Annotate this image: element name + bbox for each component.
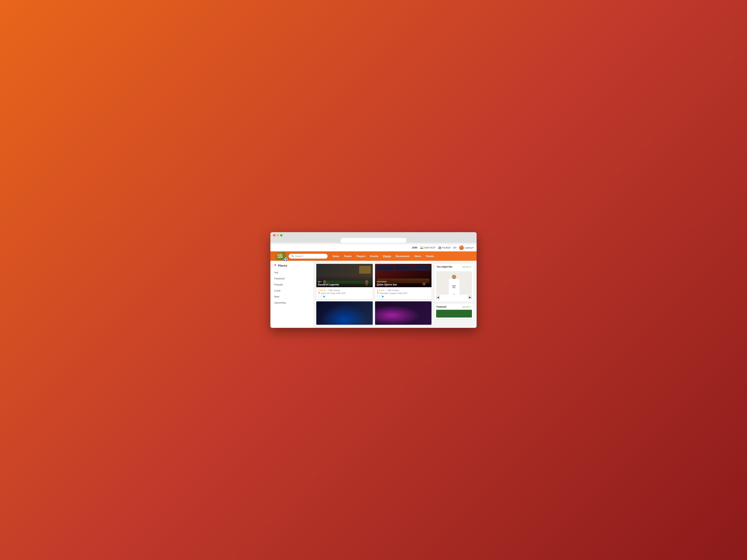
place-card-0: HOT Game of Legends ★★★★★ (388 reviews) <box>316 264 373 299</box>
sidebar-item-featured[interactable]: Featured <box>271 275 313 282</box>
nav-bar: KHELNOW ⚽ 🔍 Search News Teams Players Ev… <box>271 251 476 261</box>
content-cards: HOT Game of Legends ★★★★★ (388 reviews) <box>316 264 432 325</box>
location-label: Delhi NCR <box>424 246 435 249</box>
map-content-area: New Delhi Gurgaon Noida Ghaziabad Farida… <box>313 261 476 328</box>
featured-header: Featured see all >> <box>435 304 473 310</box>
logo-ball-icon: ⚽ <box>284 257 288 262</box>
language-label: EN <box>453 246 456 249</box>
nav-link-players[interactable]: Players <box>354 252 368 260</box>
username-label: Lajong <box>465 246 471 249</box>
pin-icon: 📍 <box>274 264 277 267</box>
card-1-stars: ★★★★★ (388 reviews) <box>377 288 430 292</box>
sidebar: 📍 Places Hot Featured Popular Local New … <box>271 261 313 328</box>
logo-badge: KHELNOW ⚽ <box>274 251 287 261</box>
promo-prev-button[interactable]: ◀ <box>436 295 440 299</box>
sidebar-title: 📍 Places <box>271 264 313 269</box>
nav-links: News Teams Players Events Places Busines… <box>330 252 473 260</box>
twitter-icon[interactable]: 🐦 <box>323 295 326 298</box>
top-bar: JOIN Delhi NCR ⚽ Football EN Lajong ▾ <box>271 244 476 251</box>
featured-see-all[interactable]: see all >> <box>462 306 471 308</box>
logo-text: KHELNOW <box>277 254 283 259</box>
location-pin-icon-1: 📍 <box>377 292 379 294</box>
browser-chrome <box>271 232 476 243</box>
you-might-like-see-all[interactable]: see all >> <box>462 266 471 268</box>
main-content: 📍 Places Hot Featured Popular Local New … <box>271 261 476 328</box>
sidebar-item-hot[interactable]: Hot <box>271 269 313 275</box>
nav-link-businesses[interactable]: Businesses <box>393 252 412 260</box>
promo-image: KICKMore <box>436 271 472 295</box>
nav-link-places[interactable]: Places <box>381 252 393 260</box>
twitter-icon-1[interactable]: 🐦 <box>382 295 384 298</box>
card-1-reviews: (388 reviews) <box>387 289 399 291</box>
facebook-icon[interactable]: f <box>320 295 321 298</box>
search-input[interactable]: Search <box>295 255 325 258</box>
card-0-actions: ⤴ f 🐦 <box>318 295 371 298</box>
card-1-info: ★★★★★ (388 reviews) 📍 Halevalley, Gurgao… <box>375 287 432 299</box>
search-icon: 🔍 <box>291 255 294 258</box>
nav-link-teams[interactable]: Teams <box>342 252 354 260</box>
sidebar-title-text: Places <box>278 264 287 267</box>
you-might-like-section: You might like see all >> KICKMore <box>435 264 473 301</box>
card-0-info: ★★★★★ (388 reviews) 📍 Sector 38, Noida, … <box>316 287 373 299</box>
place-card-1: FEATURED Qzine Sports Bar ★★★★★ (388 rev… <box>375 264 432 299</box>
chevron-down-icon: ▾ <box>472 246 473 249</box>
url-bar[interactable] <box>340 238 407 243</box>
promo-card: KICKMore ◀ ▶ <box>435 270 473 301</box>
nav-link-trends[interactable]: Trends <box>423 252 436 260</box>
search-bar[interactable]: 🔍 Search <box>289 254 328 259</box>
traffic-lights <box>273 234 474 236</box>
place-card-2 <box>316 301 373 325</box>
india-flag-icon <box>420 246 423 249</box>
card-image-1: FEATURED Qzine Sports Bar <box>375 264 432 287</box>
card-1-name: Qzine Sports Bar <box>377 283 430 286</box>
featured-title: Featured <box>437 305 446 308</box>
you-might-like-header: You might like see all >> <box>435 264 473 270</box>
user-menu[interactable]: Lajong ▾ <box>459 245 473 250</box>
nav-link-events[interactable]: Events <box>368 252 381 260</box>
place-card-3 <box>375 301 432 325</box>
featured-section: Featured see all >> <box>435 304 473 319</box>
sidebar-item-new[interactable]: New <box>271 294 313 300</box>
sidebar-item-local[interactable]: Local <box>271 288 313 294</box>
football-icon: ⚽ <box>438 246 441 249</box>
card-1-actions: ⤴ f 🐦 <box>377 295 430 298</box>
share-icon[interactable]: ⤴ <box>318 295 319 298</box>
close-button[interactable] <box>273 234 276 236</box>
sport-selector[interactable]: ⚽ Football <box>438 246 450 249</box>
card-0-badge: HOT <box>318 281 371 283</box>
share-icon-1[interactable]: ⤴ <box>377 295 378 298</box>
browser-window: JOIN Delhi NCR ⚽ Football EN Lajong ▾ KH… <box>271 232 476 328</box>
card-1-location: 📍 Halevalley, Gurgaon, Delhi NCR <box>377 292 430 294</box>
card-image-0: HOT Game of Legends <box>316 264 373 287</box>
featured-content <box>435 310 473 319</box>
sport-label: Football <box>442 246 450 249</box>
card-0-stars: ★★★★★ (388 reviews) <box>318 288 371 292</box>
you-might-like-title: You might like <box>437 265 452 268</box>
language-selector[interactable]: EN <box>453 246 456 249</box>
location-pin-icon: 📍 <box>318 292 320 294</box>
card-0-name: Game of Legends <box>318 283 371 286</box>
card-1-overlay: FEATURED Qzine Sports Bar <box>375 279 432 287</box>
right-panel: You might like see all >> KICKMore <box>435 264 473 325</box>
join-link[interactable]: JOIN <box>412 246 417 249</box>
card-image-2 <box>316 301 373 325</box>
nav-link-store[interactable]: Store <box>412 252 423 260</box>
facebook-icon-1[interactable]: f <box>379 295 380 298</box>
card-0-reviews: (388 reviews) <box>328 289 340 291</box>
featured-item[interactable] <box>436 310 472 318</box>
avatar <box>459 245 464 250</box>
nav-link-news[interactable]: News <box>330 252 342 260</box>
content-section: HOT Game of Legends ★★★★★ (388 reviews) <box>313 261 476 328</box>
card-0-location: 📍 Sector 38, Noida, Delhi NCR <box>318 292 371 294</box>
minimize-button[interactable] <box>277 234 279 236</box>
promo-next-button[interactable]: ▶ <box>468 295 472 299</box>
location-selector[interactable]: Delhi NCR <box>420 246 435 249</box>
sidebar-item-popular[interactable]: Popular <box>271 282 313 288</box>
sidebar-item-upcoming[interactable]: Upcoming <box>271 300 313 306</box>
join-label: JOIN <box>412 246 417 249</box>
maximize-button[interactable] <box>280 234 282 236</box>
promo-nav: ◀ ▶ <box>436 295 472 300</box>
card-image-3 <box>375 301 432 325</box>
card-1-badge: FEATURED <box>377 281 430 283</box>
logo-area: KHELNOW ⚽ <box>274 251 287 261</box>
